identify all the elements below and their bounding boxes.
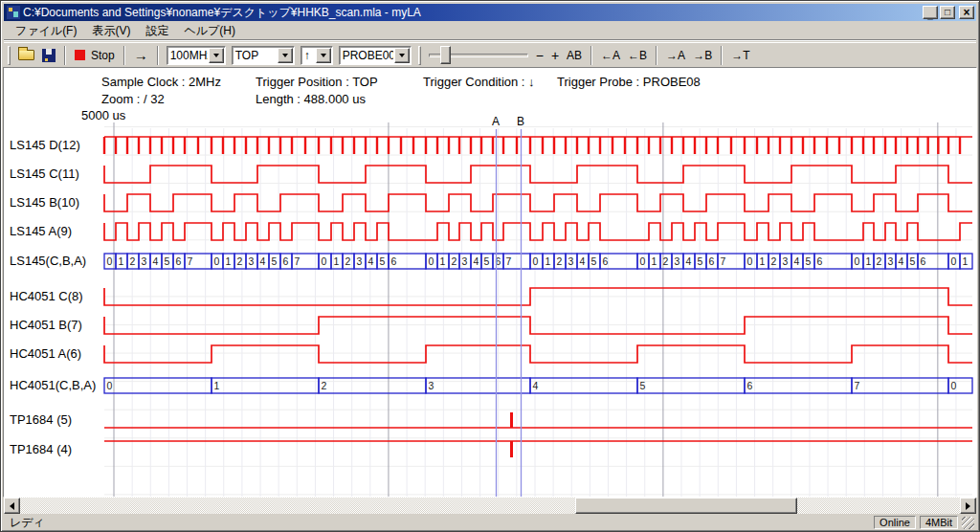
maximize-button[interactable]: □ — [940, 6, 955, 19]
bus-value: 0 — [429, 255, 434, 267]
scroll-right-button[interactable] — [960, 498, 976, 514]
bus-value: 6 — [391, 255, 397, 267]
combo-dropdown-button[interactable] — [209, 48, 224, 63]
stop-label: Stop — [91, 49, 115, 62]
combo-dropdown-button[interactable] — [278, 48, 293, 63]
bus-value: 2 — [452, 255, 457, 267]
bus-value: 5 — [272, 255, 278, 267]
menu-settings[interactable]: 設定 — [138, 21, 176, 41]
bus-value: 3 — [888, 255, 894, 267]
app-icon — [7, 6, 20, 19]
bus-value: 6 — [283, 255, 289, 267]
trigger-probe-combo[interactable]: PROBE00 — [339, 46, 412, 65]
cursor-b-label[interactable]: B — [517, 115, 524, 128]
bus-value: 4 — [899, 255, 904, 267]
bus-value: 3 — [429, 380, 434, 391]
bus-value: 3 — [568, 255, 574, 267]
scroll-right-icon — [966, 502, 970, 510]
bus-value: 4 — [474, 255, 479, 267]
bus-value: 5 — [698, 255, 703, 267]
scroll-left-icon — [10, 502, 14, 510]
bus-value: 2 — [130, 255, 136, 267]
chevron-down-icon — [213, 54, 219, 57]
bus-value: 0 — [747, 255, 753, 267]
toolbar-separator — [590, 46, 592, 65]
channel-label: TP1684 (4) — [10, 442, 72, 456]
combo-dropdown-button[interactable] — [394, 48, 410, 63]
sample-clock-combo[interactable]: 100MHz — [167, 46, 226, 65]
open-folder-icon — [18, 50, 34, 60]
bus-value: 3 — [249, 255, 255, 267]
save-floppy-icon — [42, 49, 56, 62]
window-title: C:¥Documents and Settings¥noname¥デスクトップ¥… — [23, 5, 919, 21]
menu-help[interactable]: ヘルプ(H) — [176, 21, 243, 41]
bus-value: 1 — [119, 255, 124, 267]
toolbar-grip[interactable] — [8, 46, 11, 65]
trigger-position-info: Trigger Position : TOP — [256, 75, 378, 89]
status-message: レディ — [6, 515, 870, 531]
title-bar[interactable]: C:¥Documents and Settings¥noname¥デスクトップ¥… — [4, 4, 976, 21]
bus-value: 1 — [546, 255, 551, 267]
app-window: C:¥Documents and Settings¥noname¥デスクトップ¥… — [0, 0, 980, 532]
bus-value: 0 — [107, 380, 113, 391]
bus-value: 1 — [963, 255, 969, 267]
save-file-button[interactable] — [38, 45, 59, 66]
bus-value: 2 — [345, 255, 351, 267]
bus-value: 0 — [322, 255, 327, 267]
trigger-edge-combo[interactable]: ↑ — [301, 46, 333, 65]
goto-trigger-button[interactable]: →T — [727, 45, 753, 66]
toolbar-grip[interactable] — [418, 46, 421, 65]
bus-value: 2 — [322, 380, 327, 391]
channel-label: HC4051 A(6) — [10, 346, 81, 361]
trigger-condition-info: Trigger Condition : ↓ — [423, 75, 535, 89]
channel-label: HC4051 C(8) — [10, 289, 83, 303]
cursor-a-label[interactable]: A — [492, 115, 500, 128]
trigger-position-combo[interactable]: TOP — [232, 46, 295, 65]
bus-value: 0 — [214, 255, 220, 267]
bus-value: 7 — [188, 255, 193, 267]
window-controls: _ □ × — [923, 6, 974, 19]
goto-cursor-a-button[interactable]: →A — [662, 45, 689, 66]
bus-value: 0 — [107, 255, 113, 267]
stop-button[interactable]: Stop — [71, 45, 119, 66]
minimize-button[interactable]: _ — [923, 6, 938, 19]
zoom-slider[interactable] — [429, 45, 528, 66]
bus-value: 6 — [921, 255, 926, 267]
bus-value: 3 — [142, 255, 147, 267]
slider-handle[interactable] — [440, 46, 451, 64]
run-button[interactable]: → — [130, 45, 152, 66]
goto-cursor-b-button[interactable]: →B — [689, 45, 716, 66]
menu-view[interactable]: 表示(V) — [84, 21, 138, 41]
bus-value: 7 — [506, 255, 512, 267]
channel-label: LS145 D(12) — [10, 138, 80, 152]
chevron-down-icon — [282, 54, 288, 57]
close-button[interactable]: × — [959, 6, 974, 19]
trigger-edge-value: ↑ — [301, 49, 315, 62]
status-bar: レディ Online 4MBit — [4, 515, 976, 530]
resize-grip[interactable] — [962, 517, 974, 529]
trigger-position-value: TOP — [233, 49, 277, 62]
sample-clock-info: Sample Clock : 2MHz — [101, 75, 221, 89]
run-arrow-icon: → — [134, 47, 148, 63]
bus-value: 6 — [603, 255, 609, 267]
move-a-here-button[interactable]: ←A — [597, 45, 624, 66]
bus-value: 7 — [721, 255, 726, 267]
zoom-in-button[interactable]: + — [547, 45, 563, 66]
move-b-here-button[interactable]: ←B — [624, 45, 651, 66]
zoom-out-button[interactable]: − — [532, 45, 547, 66]
horizontal-scrollbar[interactable] — [4, 498, 976, 514]
ab-range-button[interactable]: AB — [563, 45, 586, 66]
trigger-probe-value: PROBE00 — [340, 49, 393, 62]
chevron-down-icon — [399, 54, 405, 57]
bus-value: 0 — [855, 255, 860, 267]
scroll-left-button[interactable] — [4, 498, 20, 514]
chevron-down-icon — [321, 54, 326, 57]
bus-value: 5 — [640, 380, 646, 391]
menu-file[interactable]: ファイル(F) — [8, 21, 84, 41]
maximize-icon: □ — [945, 8, 950, 17]
scrollbar-thumb[interactable] — [575, 498, 797, 514]
bus-value: 3 — [462, 255, 468, 267]
combo-dropdown-button[interactable] — [316, 48, 331, 63]
open-file-button[interactable] — [14, 45, 38, 66]
bus-value: 1 — [866, 255, 872, 267]
